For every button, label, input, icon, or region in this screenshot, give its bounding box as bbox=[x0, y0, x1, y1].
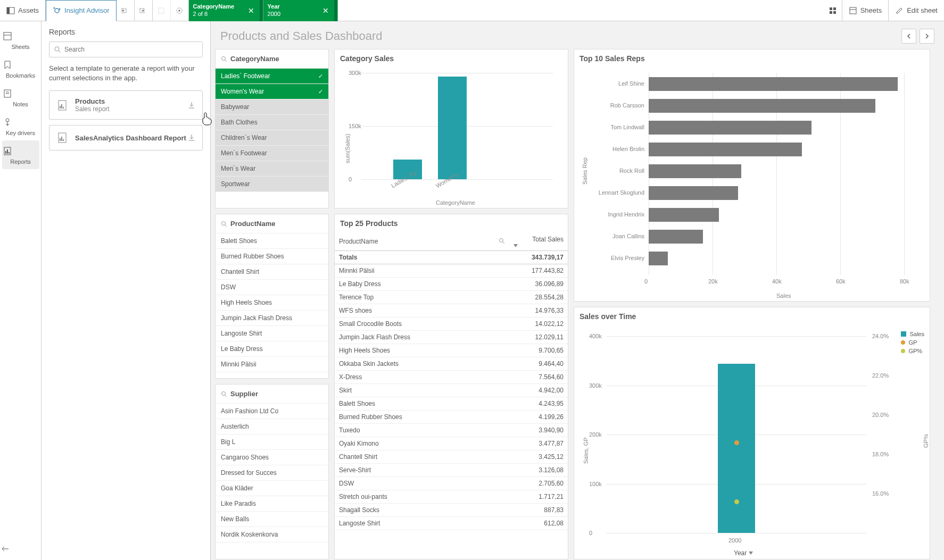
bar[interactable] bbox=[649, 164, 741, 178]
assets-button[interactable]: Assets bbox=[0, 0, 46, 21]
reports-search[interactable] bbox=[49, 41, 203, 57]
data-point[interactable] bbox=[734, 440, 739, 445]
table-row[interactable]: Le Baby Dress36.096,89 bbox=[335, 278, 568, 291]
bar[interactable] bbox=[649, 252, 668, 265]
clear-selections-button[interactable] bbox=[153, 0, 171, 21]
filter-panel-category[interactable]: CategoryName Ladies´ FootwearWomen's Wea… bbox=[215, 49, 329, 208]
table-row[interactable]: Shagall Socks887,83 bbox=[335, 504, 568, 517]
search-icon[interactable] bbox=[221, 391, 227, 397]
filter-item[interactable]: Austerlich bbox=[216, 419, 328, 434]
filter-item[interactable]: Jumpin Jack Flash Dress bbox=[216, 311, 328, 326]
table-row[interactable]: Skirt4.942,00 bbox=[335, 384, 568, 397]
filter-item[interactable]: Cangaroo Shoes bbox=[216, 450, 328, 465]
table-row[interactable]: High Heels Shoes9.700,65 bbox=[335, 344, 568, 357]
close-icon[interactable]: ✕ bbox=[244, 6, 259, 15]
filter-item[interactable]: Minnki Pälsii bbox=[216, 357, 328, 372]
filter-item[interactable]: Big L bbox=[216, 434, 328, 450]
filter-item[interactable]: Women's Wear bbox=[216, 84, 328, 99]
bar[interactable] bbox=[649, 143, 802, 156]
filter-pill-category[interactable]: CategoryName 2 of 8 ✕ bbox=[189, 0, 263, 21]
filter-item[interactable]: Le Baby Dress bbox=[216, 341, 328, 357]
filter-item[interactable]: Ladies´ Footwear bbox=[216, 69, 328, 84]
sheets-button[interactable]: Sheets bbox=[842, 0, 889, 21]
chart-top-reps[interactable]: Top 10 Sales Reps Sales Rep Sales 020k40… bbox=[574, 49, 930, 302]
reports-search-input[interactable] bbox=[64, 46, 198, 53]
col-total[interactable]: Total Sales bbox=[509, 232, 568, 251]
filter-item[interactable]: High Heels Shoes bbox=[216, 295, 328, 311]
table-row[interactable]: Jumpin Jack Flash Dress12.029,11 bbox=[335, 331, 568, 344]
col-product[interactable]: ProductName bbox=[335, 232, 509, 251]
table-row[interactable]: Tuxedo3.940,90 bbox=[335, 424, 568, 437]
download-icon[interactable] bbox=[187, 133, 196, 142]
table-row[interactable]: Terence Top28.554,28 bbox=[335, 291, 568, 304]
bar[interactable] bbox=[649, 99, 875, 113]
bar[interactable] bbox=[649, 186, 738, 200]
table-row[interactable]: Serve-Shirt3.126,08 bbox=[335, 464, 568, 477]
filter-item[interactable]: Bath Clothes bbox=[216, 115, 328, 130]
rail-key-drivers[interactable]: Key drivers bbox=[2, 112, 39, 140]
bar[interactable] bbox=[649, 77, 898, 91]
filter-item[interactable]: Babywear bbox=[216, 99, 328, 115]
rail-sheets[interactable]: Sheets bbox=[2, 26, 39, 54]
filter-item[interactable]: Men´s Wear bbox=[216, 161, 328, 177]
prev-sheet-button[interactable] bbox=[901, 29, 916, 44]
table-row[interactable]: Burned Rubber Shoes4.199,26 bbox=[335, 411, 568, 424]
chart-category-sales[interactable]: Category Sales sum(Sales) CategoryName 0… bbox=[334, 49, 568, 208]
table-row[interactable]: WFS shoes14.976,33 bbox=[335, 304, 568, 317]
filter-item[interactable]: Asin Fashion Ltd Co bbox=[216, 404, 328, 419]
bar[interactable] bbox=[649, 230, 703, 244]
filter-item[interactable]: Chantell Shirt bbox=[216, 264, 328, 280]
filter-item[interactable]: Men´s Footwear bbox=[216, 146, 328, 161]
selection-back-button[interactable] bbox=[117, 0, 135, 21]
filter-item[interactable]: Goa Kläder bbox=[216, 481, 328, 496]
table-row[interactable]: Balett Shoes4.243,95 bbox=[335, 397, 568, 411]
rail-bookmarks[interactable]: Bookmarks bbox=[2, 54, 39, 83]
download-icon[interactable] bbox=[187, 101, 196, 110]
table-row[interactable]: Minnki Pälsii177.443,82 bbox=[335, 264, 568, 278]
grid-view-button[interactable] bbox=[824, 0, 842, 21]
selections-tool-button[interactable] bbox=[171, 0, 189, 21]
filter-item[interactable]: Like Paradis bbox=[216, 496, 328, 512]
collapse-rail-button[interactable] bbox=[0, 545, 41, 553]
table-row[interactable]: Stretch oui-pants1.717,21 bbox=[335, 490, 568, 504]
table-row[interactable]: Chantell Shirt3.425,12 bbox=[335, 450, 568, 464]
search-icon[interactable] bbox=[499, 238, 505, 244]
filter-item[interactable]: Nordik Koskenkorva bbox=[216, 527, 328, 542]
insight-advisor-button[interactable]: Insight Advisor bbox=[46, 0, 117, 21]
bar[interactable] bbox=[718, 364, 755, 533]
selection-forward-button[interactable] bbox=[135, 0, 153, 21]
filter-pill-year[interactable]: Year 2000 ✕ bbox=[263, 0, 338, 21]
edit-sheet-button[interactable]: Edit sheet bbox=[889, 0, 944, 21]
bar[interactable] bbox=[649, 208, 719, 222]
close-icon[interactable]: ✕ bbox=[318, 6, 333, 15]
table-row[interactable]: Oyaki Kimono3.477,87 bbox=[335, 437, 568, 450]
filter-item[interactable]: Burned Rubber Shoes bbox=[216, 249, 328, 264]
table-row[interactable]: DSW2.705,60 bbox=[335, 477, 568, 490]
filter-item[interactable]: Children´s Wear bbox=[216, 130, 328, 146]
filter-item[interactable]: Sportwear bbox=[216, 177, 328, 192]
search-icon[interactable] bbox=[221, 56, 227, 62]
next-sheet-button[interactable] bbox=[920, 29, 934, 44]
filter-item[interactable]: DSW bbox=[216, 280, 328, 295]
chart-sales-over-time[interactable]: Sales over Time Sales, GP GP% Year Sales… bbox=[574, 307, 930, 559]
data-point[interactable] bbox=[734, 499, 739, 504]
table-row[interactable]: Okkaba Skin Jackets9.464,40 bbox=[335, 357, 568, 371]
bar[interactable] bbox=[649, 121, 811, 135]
report-card-products[interactable]: Products Sales report bbox=[49, 90, 203, 120]
filter-panel-product[interactable]: ProductName Balett ShoesBurned Rubber Sh… bbox=[215, 214, 329, 379]
filter-panel-supplier[interactable]: Supplier Asin Fashion Ltd CoAusterlichBi… bbox=[215, 384, 329, 559]
rail-notes[interactable]: Notes bbox=[2, 83, 39, 112]
search-icon[interactable] bbox=[221, 221, 227, 227]
table-top-products[interactable]: Top 25 Products ProductName Total Sales bbox=[334, 214, 568, 559]
table-row[interactable]: Small Crocodile Boots14.022,12 bbox=[335, 317, 568, 331]
filter-item[interactable]: Dressed for Succes bbox=[216, 465, 328, 481]
report-card-salesanalytics[interactable]: SalesAnalytics Dashboard Report bbox=[49, 125, 203, 151]
table-row[interactable]: Langoste Shirt612,08 bbox=[335, 517, 568, 530]
x-axis-label[interactable]: Year bbox=[734, 549, 753, 557]
filter-item[interactable]: New Balls bbox=[216, 512, 328, 527]
rail-reports[interactable]: Reports bbox=[2, 140, 39, 169]
filter-item[interactable]: Langoste Shirt bbox=[216, 326, 328, 341]
table-row[interactable]: X-Dress7.564,60 bbox=[335, 371, 568, 384]
bar[interactable] bbox=[438, 77, 467, 179]
filter-item[interactable]: Balett Shoes bbox=[216, 233, 328, 249]
